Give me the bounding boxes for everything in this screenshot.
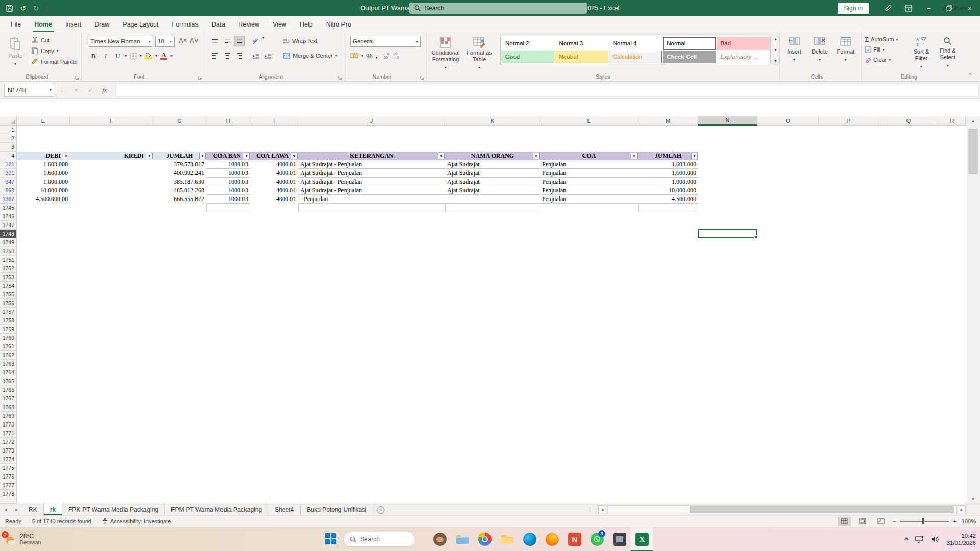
cell-G1768[interactable] xyxy=(153,403,206,412)
cell-Q1771[interactable] xyxy=(878,429,939,438)
cell-G1750[interactable] xyxy=(153,247,206,256)
cell-G1778[interactable] xyxy=(153,490,206,498)
cell-E1750[interactable] xyxy=(17,247,70,256)
cut-button[interactable]: Cut xyxy=(30,35,80,45)
cell-E1757[interactable] xyxy=(17,308,70,316)
cell-O1757[interactable] xyxy=(757,308,819,316)
cell-L1755[interactable] xyxy=(540,290,638,299)
sheet-nav-next-icon[interactable]: ► xyxy=(11,504,22,515)
cell-K1755[interactable] xyxy=(445,290,540,299)
cell-M4[interactable]: JUMLAH▾ xyxy=(638,152,698,160)
cell-N868[interactable] xyxy=(698,186,757,195)
cell-P1760[interactable] xyxy=(819,334,878,342)
cell-H1754[interactable] xyxy=(206,282,250,290)
row-header-1768[interactable]: 1768 xyxy=(0,403,17,412)
cell-P1757[interactable] xyxy=(819,308,878,316)
row-header-1760[interactable]: 1760 xyxy=(0,334,17,342)
cell-O1767[interactable] xyxy=(757,394,819,403)
cell-K1751[interactable] xyxy=(445,256,540,264)
cell-G1748[interactable] xyxy=(153,230,206,238)
format-as-table-button[interactable]: Format as Table ▾ xyxy=(463,33,495,71)
cell-N301[interactable] xyxy=(698,169,757,178)
cell-F1367[interactable] xyxy=(70,195,153,204)
cell-O1773[interactable] xyxy=(757,446,819,455)
page-layout-view-button[interactable] xyxy=(856,517,869,526)
cell-L1765[interactable] xyxy=(540,377,638,386)
cell-G1[interactable] xyxy=(153,126,206,134)
cell-P1758[interactable] xyxy=(819,316,878,325)
cell-I1778[interactable] xyxy=(250,490,298,498)
cell-Q1765[interactable] xyxy=(878,377,939,386)
cell-P1749[interactable] xyxy=(819,238,878,247)
font-color-chevron-icon[interactable]: ▾ xyxy=(170,54,173,58)
cell-R1762[interactable] xyxy=(939,351,966,360)
cell-L1769[interactable] xyxy=(540,412,638,420)
enter-icon[interactable]: ✓ xyxy=(83,87,97,94)
taskbar-app-folder[interactable] xyxy=(496,527,519,551)
shrink-font-button[interactable]: A˅ xyxy=(190,37,198,44)
filter-icon-G[interactable]: ▾ xyxy=(199,153,206,159)
cell-F1770[interactable] xyxy=(70,420,153,429)
ribbon-tab-formulas[interactable]: Formulas xyxy=(165,16,205,32)
cell-I1749[interactable] xyxy=(250,238,298,247)
cell-Q1770[interactable] xyxy=(878,420,939,429)
cell-K1761[interactable] xyxy=(445,342,540,351)
cell-I1764[interactable] xyxy=(250,368,298,377)
align-center-button[interactable] xyxy=(222,51,233,61)
cell-J1777[interactable] xyxy=(298,481,445,490)
cell-M1760[interactable] xyxy=(638,334,698,342)
row-header-868[interactable]: 868 xyxy=(0,186,17,195)
cell-J1772[interactable] xyxy=(298,438,445,446)
cell-E1778[interactable] xyxy=(17,490,70,498)
style-calculation[interactable]: Calculation xyxy=(609,51,662,64)
cell-H1762[interactable] xyxy=(206,351,250,360)
cell-H1760[interactable] xyxy=(206,334,250,342)
cell-R2[interactable] xyxy=(939,134,966,143)
cell-J3[interactable] xyxy=(298,143,445,152)
cell-N1754[interactable] xyxy=(698,282,757,290)
cell-J1769[interactable] xyxy=(298,412,445,420)
cell-L1745[interactable] xyxy=(540,204,638,212)
cell-P1768[interactable] xyxy=(819,403,878,412)
formula-input[interactable] xyxy=(116,84,979,97)
cell-L1763[interactable] xyxy=(540,360,638,368)
cell-N1764[interactable] xyxy=(698,368,757,377)
row-header-1771[interactable]: 1771 xyxy=(0,429,17,438)
cell-N4[interactable] xyxy=(698,152,757,160)
cell-G1772[interactable] xyxy=(153,438,206,446)
cell-E1774[interactable] xyxy=(17,455,70,464)
ribbon-tab-help[interactable]: Help xyxy=(293,16,320,32)
column-header-J[interactable]: J xyxy=(298,116,445,126)
cell-H2[interactable] xyxy=(206,134,250,143)
cell-P1[interactable] xyxy=(819,126,878,134)
cell-M1[interactable] xyxy=(638,126,698,134)
cell-K1758[interactable] xyxy=(445,316,540,325)
cell-L1775[interactable] xyxy=(540,464,638,472)
cell-J1752[interactable] xyxy=(298,264,445,273)
cell-L868[interactable]: Penjualan xyxy=(540,186,638,195)
cell-N1768[interactable] xyxy=(698,403,757,412)
cell-H1753[interactable] xyxy=(206,273,250,282)
cell-Q1748[interactable] xyxy=(878,230,939,238)
vertical-scroll-thumb[interactable] xyxy=(968,129,978,174)
cell-H301[interactable]: 1000.03 xyxy=(206,169,250,178)
cell-Q1367[interactable] xyxy=(878,195,939,204)
cell-G1747[interactable] xyxy=(153,221,206,230)
cell-G1760[interactable] xyxy=(153,334,206,342)
cell-Q1767[interactable] xyxy=(878,394,939,403)
row-header-1755[interactable]: 1755 xyxy=(0,290,17,299)
cell-R1763[interactable] xyxy=(939,360,966,368)
sheet-nav-prev-icon[interactable]: ◄ xyxy=(0,504,11,515)
cell-F1756[interactable] xyxy=(70,299,153,308)
cell-P1766[interactable] xyxy=(819,386,878,394)
cell-O1770[interactable] xyxy=(757,420,819,429)
cell-J1760[interactable] xyxy=(298,334,445,342)
cell-M1767[interactable] xyxy=(638,394,698,403)
filter-icon-H[interactable]: ▾ xyxy=(243,153,250,159)
cell-M1763[interactable] xyxy=(638,360,698,368)
cell-F1776[interactable] xyxy=(70,472,153,481)
cell-M1745[interactable] xyxy=(638,204,698,212)
save-icon[interactable] xyxy=(6,5,13,12)
cell-K2[interactable] xyxy=(445,134,540,143)
cell-H1777[interactable] xyxy=(206,481,250,490)
